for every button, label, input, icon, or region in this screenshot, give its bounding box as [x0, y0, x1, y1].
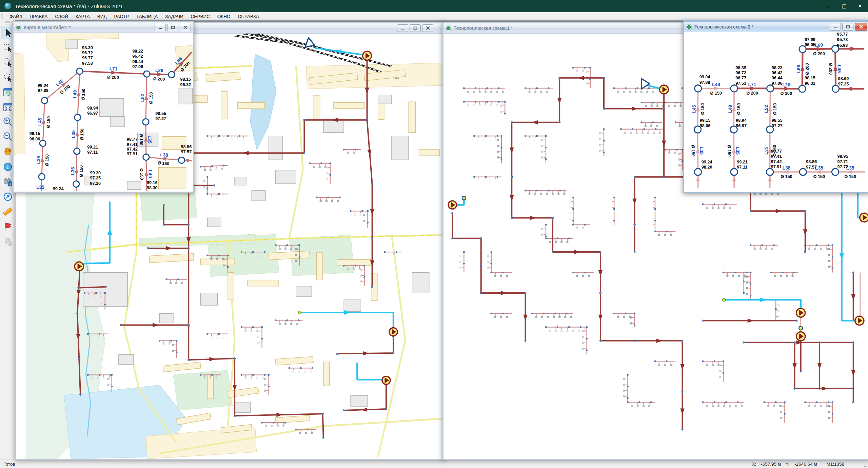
- menu-item-0[interactable]: ФАЙЛ: [6, 13, 26, 20]
- close-icon[interactable]: ✕: [852, 0, 868, 12]
- close-icon[interactable]: [422, 24, 433, 32]
- network-node[interactable]: [832, 169, 839, 175]
- menu-item-2[interactable]: СЛОЙ: [51, 13, 72, 20]
- node-dot: [511, 217, 513, 219]
- menu-item-8[interactable]: СЕРВИС: [187, 13, 214, 20]
- network-node[interactable]: [77, 68, 83, 74]
- network-node[interactable]: [40, 140, 46, 146]
- network-node[interactable]: [767, 85, 774, 92]
- network-node[interactable]: [74, 148, 80, 154]
- node-dot: [227, 266, 229, 268]
- menu-grip[interactable]: [1, 13, 3, 19]
- pump-icon[interactable]: [75, 262, 83, 271]
- branch-pipe: [351, 211, 368, 228]
- minimize-icon[interactable]: [830, 23, 841, 31]
- valve-dot[interactable]: [723, 298, 726, 301]
- node-dot: [773, 245, 774, 246]
- network-node[interactable]: [799, 85, 806, 92]
- pipe-label: L71: [109, 66, 118, 72]
- window-title: Технологическая схема:1 *: [454, 25, 513, 31]
- node-dot: [545, 326, 547, 328]
- pipe-label: L35: [735, 147, 740, 155]
- window-schema2[interactable]: Технологическая схема:2 * L48Ø 150L71Ø 2…: [683, 20, 868, 193]
- menu-item-3[interactable]: КАРТА: [72, 13, 94, 20]
- window-schema2-titlebar[interactable]: Технологическая схема:2 *: [684, 22, 868, 32]
- pipe-label: L38: [160, 152, 169, 158]
- menu-item-1[interactable]: ПРАВКА: [26, 13, 52, 20]
- network-node[interactable]: [731, 85, 737, 92]
- toolbar-grip[interactable]: [5, 21, 10, 24]
- maximize-icon[interactable]: [167, 24, 178, 31]
- node-values-label: 96.42: [772, 71, 783, 75]
- maximize-icon[interactable]: [410, 24, 421, 32]
- maximize-icon[interactable]: [842, 23, 853, 31]
- flag-tool-icon[interactable]: [1, 220, 15, 233]
- resize-grip[interactable]: [863, 463, 867, 467]
- pump-icon[interactable]: [860, 213, 868, 222]
- pump-icon[interactable]: [362, 51, 371, 60]
- node-dot: [336, 353, 338, 354]
- node-dot: [828, 245, 829, 246]
- measure-tool-icon[interactable]: [1, 205, 15, 218]
- app-titlebar[interactable]: Технологическая схема * (sa) - ZuluGIS 2…: [0, 0, 868, 12]
- maximize-icon[interactable]: ▢: [836, 0, 852, 12]
- close-icon[interactable]: [855, 23, 867, 31]
- map2-canvas[interactable]: L48Ø 150L71Ø 200L26Ø 200L66Ø 200L49Ø 150…: [14, 33, 193, 192]
- menu-item-9[interactable]: ОКНО: [214, 13, 234, 20]
- network-node[interactable]: [767, 169, 773, 175]
- pump-icon[interactable]: [855, 316, 864, 325]
- node-dot: [682, 429, 683, 430]
- node-dot: [105, 286, 106, 288]
- main-pipe: [323, 414, 323, 437]
- pipe-label: L49: [728, 105, 733, 113]
- menu-item-10[interactable]: СПРАВКА: [234, 13, 262, 20]
- minimize-icon[interactable]: –: [820, 0, 836, 12]
- node-dot: [584, 272, 585, 273]
- menu-item-5[interactable]: РАСТР: [111, 13, 133, 20]
- flow-arrow: [578, 76, 584, 80]
- flag-off-tool-icon[interactable]: [1, 235, 15, 248]
- pipe-diameter-label: Ø 150: [844, 174, 856, 179]
- source-icon[interactable]: [642, 79, 650, 89]
- network-node[interactable]: [73, 181, 79, 187]
- pump-icon[interactable]: [448, 201, 456, 209]
- node-dot: [586, 338, 587, 339]
- pump-icon[interactable]: [796, 332, 805, 341]
- node-dot: [566, 313, 568, 314]
- menu-item-4[interactable]: ВИД: [94, 13, 111, 20]
- network-node[interactable]: [800, 169, 806, 175]
- node-dot: [163, 224, 164, 226]
- pump-icon[interactable]: [796, 308, 805, 317]
- node-dot: [176, 340, 177, 342]
- menu-item-7[interactable]: ЗАДАЧИ: [161, 13, 187, 20]
- schema2-canvas[interactable]: L48Ø 150L71Ø 200L26Ø 200L66Ø 200L69Ø 200…: [684, 32, 868, 192]
- network-node[interactable]: [169, 72, 175, 78]
- pump-icon[interactable]: [382, 376, 390, 384]
- network-node[interactable]: [143, 119, 149, 125]
- network-node[interactable]: [694, 169, 701, 175]
- pump-icon[interactable]: [389, 328, 397, 336]
- network-node[interactable]: [143, 154, 149, 160]
- minimize-icon[interactable]: [155, 24, 166, 31]
- menu-item-6[interactable]: ТАБЛИЦА: [133, 13, 161, 20]
- network-node[interactable]: [731, 169, 737, 175]
- network-node[interactable]: [144, 71, 150, 77]
- window-map2-titlebar[interactable]: Карта в масштабе:2 *: [14, 22, 193, 33]
- network-node[interactable]: [75, 114, 81, 120]
- minimize-icon[interactable]: [397, 24, 408, 32]
- valve-dot[interactable]: [799, 326, 803, 330]
- valve-dot[interactable]: [298, 311, 301, 314]
- network-node[interactable]: [178, 157, 184, 163]
- flow-arrow: [510, 148, 514, 154]
- node-dot: [743, 292, 744, 294]
- network-node[interactable]: [694, 85, 701, 92]
- node-dot: [312, 367, 313, 369]
- network-node[interactable]: [41, 97, 47, 103]
- network-node[interactable]: [832, 85, 839, 92]
- pump-icon[interactable]: [659, 85, 668, 94]
- close-icon[interactable]: [180, 24, 191, 31]
- node-values-label: 96.97: [87, 111, 98, 116]
- window-map2[interactable]: Карта в масштабе:2 * L48Ø 150L71Ø 200L26…: [12, 21, 194, 193]
- network-node[interactable]: [39, 174, 45, 180]
- valve-dot[interactable]: [462, 196, 466, 200]
